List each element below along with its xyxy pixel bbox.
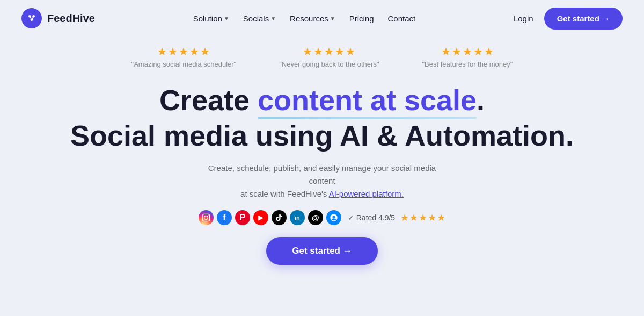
nav-item-socials[interactable]: Socials ▼ (238, 11, 281, 26)
threads-icon: @ (308, 210, 323, 225)
svg-rect-5 (202, 214, 209, 221)
review-text-3: "Best features for the money" (422, 60, 513, 68)
rating-text: ✓ Rated 4.9/5 (348, 213, 395, 222)
svg-point-6 (204, 216, 208, 220)
nav-item-resources[interactable]: Resources ▼ (284, 11, 341, 26)
stars-1: ★ ★ ★ ★ ★ (157, 45, 210, 58)
navbar: FeedHive Solution ▼ Socials ▼ Resources … (0, 0, 644, 37)
hero-line2: Social media using AI & Automation. (70, 119, 574, 152)
logo-area[interactable]: FeedHive (21, 8, 95, 28)
nav-item-pricing[interactable]: Pricing (344, 11, 379, 26)
hero-heading: Create content at scale. (159, 83, 485, 117)
hero-subtext: Create, schedule, publish, and easily ma… (199, 162, 445, 200)
hero-section: Create content at scale. Social media us… (0, 73, 644, 265)
nav-item-contact[interactable]: Contact (383, 11, 421, 26)
nav-right: Login Get started → (514, 8, 623, 30)
review-1: ★ ★ ★ ★ ★ "Amazing social media schedule… (131, 45, 237, 68)
review-text-2: "Never going back to the others" (279, 60, 379, 68)
youtube-icon: ▶ (253, 210, 268, 225)
nav-get-started-button[interactable]: Get started → (544, 8, 623, 30)
hero-get-started-button[interactable]: Get started → (266, 237, 377, 265)
rating-stars: ★ ★ ★ ★ ★ (400, 212, 445, 224)
linkedin-icon: in (290, 210, 305, 225)
tiktok-icon (272, 210, 287, 225)
logo-icon (21, 8, 42, 28)
login-button[interactable]: Login (514, 14, 533, 23)
socials-dropdown-arrow: ▼ (270, 16, 276, 21)
brand-name: FeedHive (47, 12, 95, 25)
bluesky-icon (326, 210, 341, 225)
resources-dropdown-arrow: ▼ (330, 16, 335, 21)
facebook-icon: f (217, 210, 232, 225)
review-3: ★ ★ ★ ★ ★ "Best features for the money" (422, 45, 513, 68)
pinterest-icon: P (235, 210, 250, 225)
instagram-icon (199, 210, 214, 225)
nav-item-solution[interactable]: Solution ▼ (188, 11, 235, 26)
solution-dropdown-arrow: ▼ (224, 16, 229, 21)
reviews-bar: ★ ★ ★ ★ ★ "Amazing social media schedule… (0, 37, 644, 73)
stars-2: ★ ★ ★ ★ ★ (303, 45, 355, 58)
hero-line1-prefix: Create (159, 84, 258, 116)
hero-subtext-line1: Create, schedule, publish, and easily ma… (208, 163, 436, 185)
stars-3: ★ ★ ★ ★ ★ (441, 45, 494, 58)
cta-section: Get started → (266, 237, 377, 265)
svg-point-7 (208, 216, 209, 217)
nav-center: Solution ▼ Socials ▼ Resources ▼ Pricing… (188, 11, 421, 26)
review-text-1: "Amazing social media scheduler" (131, 60, 237, 68)
review-2: ★ ★ ★ ★ ★ "Never going back to the other… (279, 45, 379, 68)
hero-line1-suffix: . (477, 84, 485, 116)
hero-line1-highlight: content at scale (258, 83, 477, 117)
hero-subtext-line2: at scale with FeedHive's (240, 189, 329, 198)
ai-platform-link[interactable]: AI-powered platform. (329, 189, 404, 198)
social-icons-row: f P ▶ in @ ✓ Rated 4.9/5 ★ ★ ★ (199, 210, 445, 225)
